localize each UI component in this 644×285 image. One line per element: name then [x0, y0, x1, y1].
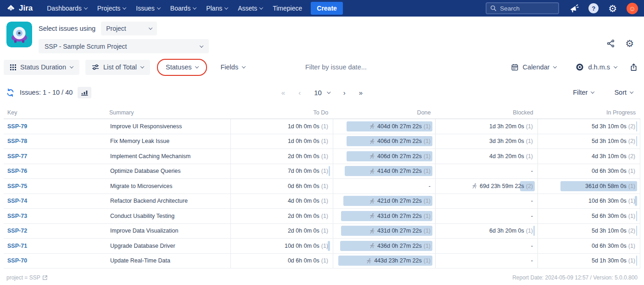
duration-text: 0d 6h 0m 0s — [288, 183, 319, 189]
report-settings-gear-icon[interactable]: ⚙ — [625, 39, 634, 48]
duration-text: 1d 0h 0m 0s — [288, 138, 319, 144]
duration-text: 2d 0h 0m 0s — [288, 213, 319, 219]
chevron-down-icon — [327, 90, 330, 93]
duration-text: 6d 3h 20m 0s — [489, 228, 524, 234]
issue-key-link[interactable]: SSP-70 — [7, 257, 27, 264]
help-icon[interactable]: ? — [588, 3, 599, 13]
status-count: (2) — [628, 228, 635, 234]
cell-todo: 0d 6h 0m 0s (1) — [230, 179, 333, 194]
col-summary: Summary — [106, 106, 230, 119]
chart-view-button[interactable] — [78, 87, 91, 98]
nav-dashboards[interactable]: Dashboards — [42, 0, 92, 17]
next-page-button[interactable]: › — [343, 89, 346, 97]
user-avatar[interactable]: ☺ — [627, 3, 638, 14]
chevron-down-icon — [242, 64, 246, 68]
duration-text: 5d 3h 10m 0s — [592, 228, 627, 234]
fields-button[interactable]: Fields — [214, 60, 252, 75]
cell-todo: 0d 6h 0m 0s (1) — [230, 254, 333, 268]
export-icon[interactable] — [630, 63, 638, 71]
sort-button[interactable]: Sort — [614, 89, 633, 96]
runner-icon — [369, 243, 375, 249]
cell-inprogress: 5d 6h 30m 0s (1) — [538, 209, 640, 223]
calendar-button[interactable]: Calendar — [504, 60, 563, 75]
nav-projects[interactable]: Projects — [92, 0, 131, 17]
top-navigation-bar: Jira Dashboards Projects Issues Boards P… — [0, 0, 644, 17]
view-mode-button[interactable]: List of Total — [85, 60, 150, 75]
chevron-down-icon — [84, 6, 88, 9]
search-box[interactable] — [486, 2, 559, 14]
cell-inprogress: 4d 3h 10m 0s (2) — [538, 149, 640, 164]
duration-text: 0d 6h 30m 0s — [592, 243, 627, 249]
issue-key-link[interactable]: SSP-72 — [7, 228, 27, 234]
nav-plans[interactable]: Plans — [201, 0, 233, 17]
report-type-button[interactable]: Status Duration — [4, 60, 79, 75]
cell-blocked: 1d 3h 20m 0s (1) — [435, 119, 538, 134]
duration-text: 5d 3h 10m 0s — [592, 123, 627, 130]
cell-done: - — [333, 179, 435, 194]
duration-text: 1d 0h 0m 0s — [288, 123, 319, 130]
duration-text: 4d 3h 10m 0s — [592, 153, 627, 160]
share-icon[interactable] — [606, 39, 615, 48]
cell-done: 414d 0h 27m 22s (1) — [333, 164, 435, 179]
issue-key-link[interactable]: SSP-78 — [7, 138, 27, 144]
issue-key-link[interactable]: SSP-71 — [7, 243, 27, 249]
last-page-button[interactable]: » — [359, 89, 363, 97]
chevron-down-icon — [630, 90, 633, 93]
project-select[interactable]: SSP - Sample Scrum Project — [39, 39, 209, 53]
issue-key-link[interactable]: SSP-75 — [7, 183, 27, 189]
status-count: (1) — [321, 168, 328, 174]
table-row: SSP-75 Migrate to Microservices 0d 6h 0m… — [4, 179, 640, 194]
table-row: SSP-77 Implement Caching Mechanism 2d 0h… — [4, 149, 640, 164]
statuses-button[interactable]: Statuses — [159, 60, 205, 75]
status-count: (2) — [628, 153, 635, 160]
issue-summary: Update Real-Time Data — [106, 254, 230, 268]
report-footer: project = SSP Report Date: 2024-05-09 12… — [6, 274, 638, 281]
bar-chart-icon — [81, 89, 89, 96]
report-header: Select issues using Project SSP - Sample… — [0, 17, 644, 53]
col-inprogress: In Progress — [538, 106, 640, 119]
status-count: (1) — [321, 123, 328, 130]
issue-key-link[interactable]: SSP-77 — [7, 153, 27, 160]
status-count: (1) — [628, 198, 635, 204]
nav-timepiece[interactable]: Timepiece — [268, 0, 307, 17]
duration-text: 436d 0h 27m 22s — [377, 243, 422, 249]
cell-todo: 2d 0h 0m 0s (1) — [230, 224, 333, 239]
filter-button[interactable]: Filter — [573, 89, 594, 96]
jira-logo[interactable]: Jira — [6, 4, 33, 13]
cell-todo: 7d 0h 0m 0s (1) — [230, 164, 333, 179]
prev-page-button[interactable]: ‹ — [298, 89, 301, 97]
cell-inprogress: 361d 0h 58m 0s (1) — [538, 179, 640, 194]
runner-icon — [369, 138, 375, 144]
issue-key-link[interactable]: SSP-76 — [7, 168, 27, 174]
sliders-icon — [92, 64, 99, 70]
first-page-button[interactable]: « — [281, 89, 285, 97]
duration-text: - — [531, 243, 533, 249]
status-count: (1) — [321, 138, 328, 144]
issue-key-link[interactable]: SSP-73 — [7, 213, 27, 219]
issue-key-link[interactable]: SSP-79 — [7, 123, 27, 130]
issue-key-link[interactable]: SSP-74 — [7, 198, 27, 204]
col-key: Key — [4, 106, 106, 119]
settings-gear-icon[interactable]: ⚙ — [608, 4, 617, 13]
status-count: (2) — [628, 123, 635, 130]
megaphone-icon[interactable] — [569, 4, 579, 13]
status-count: (1) — [424, 198, 431, 204]
nav-assets[interactable]: Assets — [233, 0, 268, 17]
page-size-select[interactable]: 10 — [314, 89, 330, 97]
search-icon — [490, 5, 497, 11]
search-input[interactable] — [500, 5, 550, 12]
cell-blocked: 3d 3h 20m 0s (1) — [435, 134, 538, 149]
status-count: (1) — [321, 153, 328, 160]
jql-link[interactable]: project = SSP — [6, 274, 48, 281]
create-button[interactable]: Create — [311, 2, 343, 15]
status-count: (1) — [628, 213, 635, 219]
issue-summary: Fix Memory Leak Issue — [106, 134, 230, 149]
nav-boards[interactable]: Boards — [165, 0, 201, 17]
status-count: (1) — [628, 243, 635, 249]
issue-date-filter[interactable]: Filter by issue date... — [305, 63, 367, 71]
issue-source-select[interactable]: Project — [101, 22, 157, 35]
duration-format-button[interactable]: d.h.m.s — [569, 60, 623, 75]
duration-text: 4d 3h 20m 0s — [489, 153, 524, 160]
nav-issues[interactable]: Issues — [131, 0, 165, 17]
refresh-icon[interactable] — [6, 88, 15, 97]
